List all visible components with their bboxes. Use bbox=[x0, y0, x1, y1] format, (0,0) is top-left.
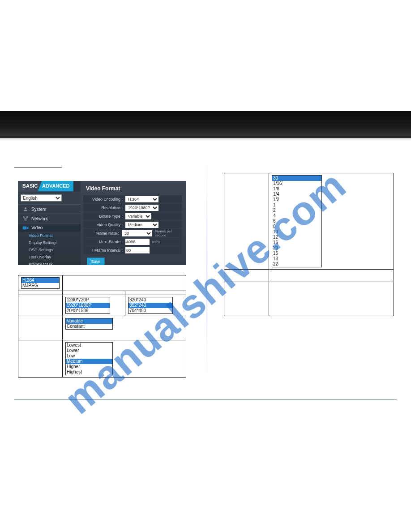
options-resolution-sub[interactable]: 320*240352*240704*480 bbox=[128, 297, 173, 314]
option-item[interactable]: 320*240 bbox=[128, 297, 172, 303]
row-bitrate-type: Bitrate Type : Variable bbox=[83, 212, 182, 220]
network-icon bbox=[22, 216, 29, 221]
label-video-quality: Video Quality : bbox=[83, 223, 123, 227]
option-item[interactable]: 704*480 bbox=[128, 308, 172, 313]
language-select[interactable]: English bbox=[21, 194, 62, 202]
options-bitrate-type[interactable]: VariableConstant bbox=[65, 318, 113, 330]
option-item[interactable]: Highest bbox=[66, 369, 112, 375]
video-submenu: Video Format Display Settings OSD Settin… bbox=[18, 232, 81, 265]
select-video-quality[interactable]: Medium bbox=[125, 222, 158, 228]
option-item[interactable]: 1/16 bbox=[272, 181, 321, 186]
options-video-quality[interactable]: LowestLowerLowMediumHigherHighest bbox=[65, 342, 113, 375]
option-item[interactable]: Low bbox=[66, 353, 112, 359]
row-max-bitrate: Max. Bitrate : Kbps bbox=[83, 238, 182, 246]
left-options-table: H.264MJPEG 1280*720P1920*1080P2048*1536 … bbox=[18, 275, 186, 378]
svg-rect-3 bbox=[25, 219, 26, 220]
option-item[interactable]: 1/2 bbox=[272, 197, 321, 202]
select-bitrate-type[interactable]: Variable bbox=[125, 213, 151, 219]
option-item[interactable]: Higher bbox=[66, 364, 112, 369]
option-item[interactable]: 10 bbox=[272, 229, 321, 235]
options-resolution-main[interactable]: 1280*720P1920*1080P2048*1536 bbox=[65, 297, 110, 314]
option-item[interactable]: 2048*1536 bbox=[66, 308, 110, 313]
settings-form: Video Encoding : H.264 Resolution : 1920… bbox=[83, 195, 182, 254]
subitem-privacy-mask[interactable]: Privacy Mask bbox=[18, 261, 81, 265]
unit-frame-rate: frames per second bbox=[155, 229, 182, 237]
subitem-video-format[interactable]: Video Format bbox=[18, 232, 81, 239]
option-item[interactable]: 18 bbox=[272, 256, 321, 262]
row-video-encoding: Video Encoding : H.264 bbox=[83, 195, 182, 203]
option-item[interactable]: 352*240 bbox=[128, 303, 172, 308]
row-resolution: Resolution : 1920*1080P bbox=[83, 204, 182, 212]
subitem-osd-settings[interactable]: OSD Settings bbox=[18, 246, 81, 253]
option-item[interactable]: Lowest bbox=[66, 343, 112, 348]
sidebar-item-network[interactable]: Network bbox=[18, 214, 81, 223]
sidebar-label-system: System bbox=[31, 207, 46, 212]
option-item[interactable]: 16 bbox=[272, 240, 321, 245]
tab-advanced-label: ADVANCED bbox=[42, 183, 70, 189]
option-item[interactable]: Medium bbox=[66, 359, 112, 364]
column-divider bbox=[206, 150, 208, 388]
option-item[interactable]: 15 bbox=[272, 251, 321, 256]
option-item[interactable]: 1920*1080P bbox=[66, 303, 110, 308]
option-item[interactable]: Constant bbox=[66, 324, 112, 329]
options-video-encoding[interactable]: H.264MJPEG bbox=[21, 277, 60, 289]
tab-basic-label: BASIC bbox=[22, 183, 38, 189]
row-iframe-interval: I Frame Interval : bbox=[83, 246, 182, 254]
svg-point-0 bbox=[25, 207, 26, 209]
option-item[interactable]: Lower bbox=[66, 348, 112, 353]
option-item[interactable]: 1280*720P bbox=[66, 297, 110, 303]
option-item[interactable]: 30 bbox=[272, 176, 321, 181]
subitem-text-overlay[interactable]: Text Overlay bbox=[18, 253, 81, 261]
option-item[interactable]: 12 bbox=[272, 235, 321, 240]
person-icon bbox=[22, 206, 29, 212]
settings-panel: Video Format Video Encoding : H.264 Reso… bbox=[81, 181, 186, 265]
panel-title: Video Format bbox=[81, 181, 186, 194]
footer-rule bbox=[14, 399, 397, 400]
label-iframe-interval: I Frame Interval : bbox=[83, 248, 123, 253]
option-item[interactable]: 8 bbox=[272, 224, 321, 229]
option-item[interactable]: 22 bbox=[272, 262, 321, 267]
subitem-display-settings[interactable]: Display Settings bbox=[18, 239, 81, 246]
label-max-bitrate: Max. Bitrate : bbox=[83, 240, 123, 244]
option-item[interactable]: 2 bbox=[272, 208, 321, 213]
save-button[interactable]: Save bbox=[87, 257, 105, 265]
label-bitrate-type: Bitrate Type : bbox=[83, 214, 123, 219]
options-frame-rate[interactable]: 301/161/81/41/21246810121620151822 bbox=[272, 175, 322, 267]
header-bar bbox=[0, 111, 411, 138]
label-video-encoding: Video Encoding : bbox=[83, 197, 123, 202]
option-item[interactable]: MJPEG bbox=[21, 283, 59, 288]
select-resolution[interactable]: 1920*1080P bbox=[125, 205, 158, 211]
input-iframe-interval[interactable] bbox=[125, 247, 150, 253]
sidebar-item-system[interactable]: System bbox=[18, 204, 81, 214]
row-frame-rate: Frame Rate : 30 frames per second bbox=[83, 229, 182, 237]
page: manualshive.com BASIC ADVANCED English S… bbox=[0, 0, 411, 532]
section-underline bbox=[14, 167, 62, 168]
label-resolution: Resolution : bbox=[83, 206, 123, 210]
tab-advanced[interactable]: ADVANCED bbox=[38, 181, 73, 192]
option-item[interactable]: 1/8 bbox=[272, 186, 321, 192]
option-item[interactable]: 1/4 bbox=[272, 192, 321, 197]
option-item[interactable]: 6 bbox=[272, 219, 321, 224]
svg-rect-4 bbox=[23, 226, 27, 229]
sidebar: English System Network bbox=[18, 192, 81, 265]
app-screenshot: BASIC ADVANCED English System Network bbox=[18, 181, 186, 265]
select-frame-rate[interactable]: 30 bbox=[122, 230, 152, 236]
option-item[interactable]: H.264 bbox=[21, 278, 59, 283]
sidebar-menu: System Network Video Video Format Di bbox=[18, 203, 81, 265]
sidebar-label-video: Video bbox=[31, 225, 43, 230]
option-item[interactable]: Variable bbox=[66, 318, 112, 324]
option-item[interactable]: 20 bbox=[272, 245, 321, 251]
sidebar-label-network: Network bbox=[31, 216, 48, 221]
select-video-encoding[interactable]: H.264 bbox=[125, 196, 158, 202]
row-video-quality: Video Quality : Medium bbox=[83, 221, 182, 229]
label-frame-rate: Frame Rate : bbox=[83, 231, 119, 236]
unit-max-bitrate: Kbps bbox=[152, 240, 160, 244]
option-item[interactable]: 4 bbox=[272, 213, 321, 219]
video-icon bbox=[22, 226, 29, 230]
right-options-table: 301/161/81/41/21246810121620151822 bbox=[224, 173, 394, 316]
input-max-bitrate[interactable] bbox=[125, 239, 150, 245]
svg-rect-2 bbox=[26, 217, 28, 218]
sidebar-item-video[interactable]: Video bbox=[18, 223, 81, 232]
option-item[interactable]: 1 bbox=[272, 202, 321, 208]
svg-rect-1 bbox=[24, 217, 25, 218]
